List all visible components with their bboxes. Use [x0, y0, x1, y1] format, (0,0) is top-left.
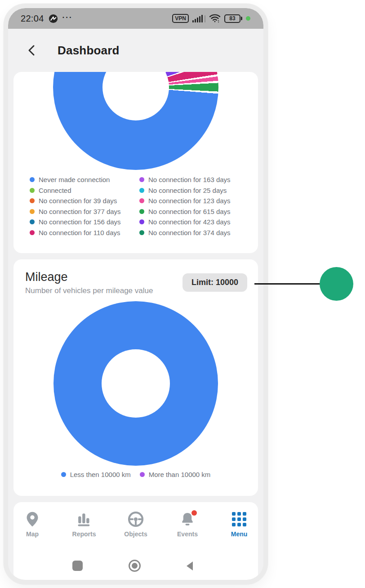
- home-circle-icon[interactable]: [129, 560, 141, 572]
- nav-item-map[interactable]: Map: [14, 510, 50, 538]
- legend-dot: [139, 209, 144, 214]
- back-triangle-icon[interactable]: [185, 561, 196, 571]
- mileage-card: Mileage Number of vehicles per mileage v…: [13, 259, 258, 496]
- status-bar-left: 22:04 ···: [21, 13, 73, 24]
- bottom-nav: Map Reports: [13, 502, 258, 538]
- mileage-donut-chart: [53, 301, 218, 466]
- legend-dot: [30, 198, 35, 203]
- map-pin-icon: [26, 510, 39, 528]
- legend-label: More than 10000 km: [149, 471, 211, 478]
- scroll-content[interactable]: Never made connection Connected No conne…: [8, 72, 263, 580]
- status-bar: 22:04 ··· VPN: [8, 8, 263, 29]
- legend-item: More than 10000 km: [140, 471, 211, 478]
- legend-item: No connection for 25 days: [139, 187, 249, 194]
- phone-screen: 22:04 ··· VPN: [8, 8, 263, 580]
- app-header: Dashboard: [8, 29, 263, 72]
- legend-dot: [30, 209, 35, 214]
- legend-label: No connection for 110 days: [39, 229, 120, 236]
- legend-item: No connection for 163 days: [139, 176, 249, 183]
- connection-status-card: Never made connection Connected No conne…: [13, 72, 258, 253]
- legend-label: No connection for 25 days: [148, 187, 227, 194]
- nav-item-menu[interactable]: Menu: [221, 510, 257, 538]
- back-button[interactable]: [27, 44, 38, 57]
- legend-item: Never made connection: [30, 176, 139, 183]
- recents-square-icon[interactable]: [72, 561, 83, 571]
- legend-dot: [139, 198, 144, 203]
- legend-dot: [30, 188, 35, 193]
- legend-dot: [139, 177, 144, 182]
- legend-item: Connected: [30, 187, 139, 194]
- legend-label: No connection for 39 days: [39, 197, 117, 205]
- legend-label: Less then 10000 km: [70, 471, 131, 478]
- legend-dot: [61, 472, 66, 477]
- legend-label: No connection for 123 days: [148, 197, 231, 205]
- legend-dot: [140, 472, 145, 477]
- legend-item: No connection for 423 days: [139, 218, 249, 226]
- steering-wheel-icon: [127, 510, 144, 528]
- legend-dot: [139, 219, 144, 224]
- mileage-title-block: Mileage Number of vehicles per mileage v…: [25, 270, 153, 295]
- nav-item-reports[interactable]: Reports: [66, 510, 102, 538]
- page-title: Dashboard: [58, 44, 120, 58]
- grid-icon: [232, 510, 246, 528]
- legend-item: No connection for 110 days: [30, 229, 139, 236]
- android-nav-bar: [13, 560, 258, 572]
- notification-led: [246, 16, 250, 21]
- nav-item-events[interactable]: Events: [169, 510, 205, 538]
- bell-icon: [179, 510, 196, 528]
- phone-frame: 22:04 ··· VPN: [4, 4, 268, 584]
- connection-donut-chart: [53, 72, 218, 170]
- nav-label: Objects: [124, 530, 147, 538]
- legend-label: No connection for 423 days: [148, 218, 231, 226]
- screenshot-root: 22:04 ··· VPN: [0, 0, 365, 588]
- annotation-circle: [320, 267, 353, 301]
- legend-dot: [30, 230, 35, 235]
- app-logo-icon: [48, 13, 58, 24]
- notification-badge: [191, 510, 197, 516]
- legend-item: No connection for 374 days: [139, 229, 249, 236]
- battery-percent: 83: [229, 15, 235, 22]
- mileage-subtitle: Number of vehicles per mileage value: [25, 286, 153, 295]
- overflow-dots-icon: ···: [62, 13, 73, 22]
- battery-indicator: 83: [224, 14, 242, 23]
- legend-dot: [139, 230, 144, 235]
- legend-dot: [30, 219, 35, 224]
- legend-item: No connection for 156 days: [30, 218, 139, 226]
- legend-label: Never made connection: [39, 176, 110, 183]
- nav-label: Events: [177, 530, 198, 538]
- legend-item: No connection for 123 days: [139, 197, 249, 205]
- bar-chart-icon: [76, 510, 92, 528]
- legend-label: Connected: [39, 187, 71, 194]
- mileage-title: Mileage: [25, 270, 153, 284]
- legend-dot: [30, 177, 35, 182]
- legend-item: Less then 10000 km: [61, 471, 131, 478]
- legend-item: No connection for 615 days: [139, 208, 249, 215]
- legend-label: No connection for 156 days: [39, 218, 121, 226]
- legend-item: No connection for 377 days: [30, 208, 139, 215]
- legend-label: No connection for 374 days: [148, 229, 231, 236]
- clock: 22:04: [21, 13, 44, 24]
- vpn-badge: VPN: [172, 14, 189, 23]
- signal-strength-icon: [192, 15, 205, 22]
- connection-legend: Never made connection Connected No conne…: [30, 174, 249, 238]
- legend-label: No connection for 163 days: [148, 176, 231, 183]
- nav-item-objects[interactable]: Objects: [118, 510, 154, 538]
- bottom-nav-card: Map Reports: [13, 502, 258, 580]
- nav-label: Map: [26, 530, 39, 538]
- legend-item: No connection for 39 days: [30, 197, 139, 205]
- legend-dot: [139, 188, 144, 193]
- mileage-card-header: Mileage Number of vehicles per mileage v…: [13, 259, 258, 295]
- legend-label: No connection for 615 days: [148, 208, 231, 215]
- legend-label: No connection for 377 days: [39, 208, 121, 215]
- nav-label: Reports: [72, 530, 96, 538]
- annotation-line: [254, 283, 320, 285]
- nav-label: Menu: [231, 530, 248, 538]
- mileage-legend: Less then 10000 km More than 10000 km: [13, 471, 258, 478]
- status-bar-right: VPN 83: [172, 13, 250, 23]
- wifi-icon: [209, 13, 221, 23]
- limit-button[interactable]: Limit: 10000: [182, 273, 247, 292]
